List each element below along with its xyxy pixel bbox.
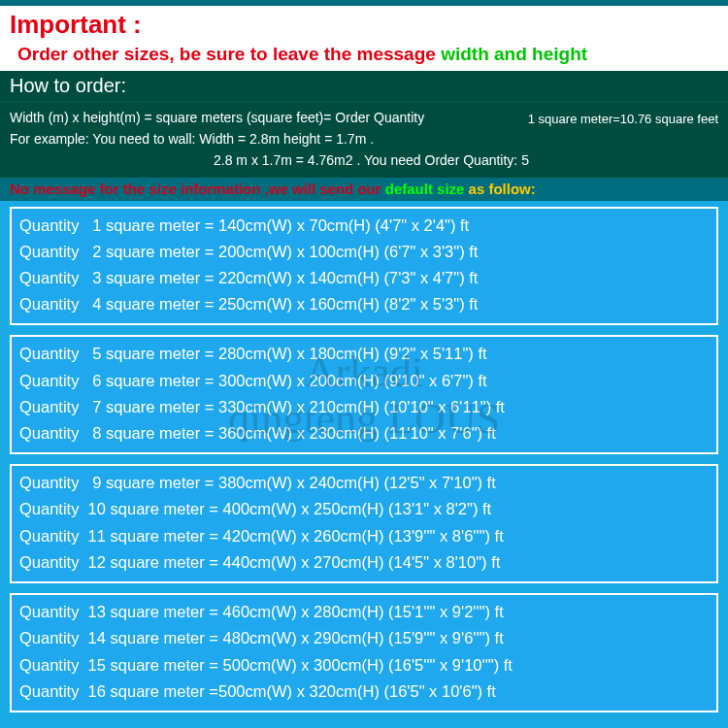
howto-body: Width (m) x height(m) = square meters (s… (0, 101, 728, 178)
header: Important : (0, 6, 728, 42)
howto-title: How to order: (0, 71, 728, 101)
size-table: Quantity 1 square meter = 140cm(W) x 70c… (0, 201, 728, 728)
size-row: Quantity 3 square meter = 220cm(W) x 140… (19, 265, 709, 291)
subline-green: width and height (441, 44, 587, 64)
size-row: Quantity 12 square meter = 440cm(W) x 27… (19, 549, 709, 576)
important-label: Important : (10, 10, 142, 39)
size-row: Quantity 4 square meter = 250cm(W) x 160… (19, 291, 709, 317)
size-row: Quantity 1 square meter = 140cm(W) x 70c… (19, 213, 709, 239)
warn-red: No message for the size information ,we … (10, 181, 385, 197)
size-row: Quantity 10 square meter = 400cm(W) x 25… (19, 496, 709, 522)
size-row: Quantity 8 square meter = 360cm(W) x 230… (19, 420, 709, 447)
default-size-warning: No message for the size information ,we … (0, 178, 728, 201)
subline-red: Order other sizes, be sure to leave the … (17, 44, 441, 64)
size-group: Quantity 1 square meter = 140cm(W) x 70c… (10, 207, 718, 326)
size-group: Quantity 9 square meter = 380cm(W) x 240… (10, 464, 718, 583)
size-group: Quantity 5 square meter = 280cm(W) x 180… (10, 335, 718, 454)
size-chart-document: Important : Order other sizes, be sure t… (0, 0, 728, 728)
howto-formula: Width (m) x height(m) = square meters (s… (10, 110, 424, 125)
howto-conversion: 1 square meter=10.76 square feet (528, 110, 718, 129)
warn-green: default size (385, 181, 469, 197)
size-row: Quantity 7 square meter = 330cm(W) x 210… (19, 394, 709, 420)
size-row: Quantity 2 square meter = 200cm(W) x 100… (19, 239, 709, 265)
size-row: Quantity 9 square meter = 380cm(W) x 240… (19, 470, 709, 496)
header-subline: Order other sizes, be sure to leave the … (0, 42, 728, 71)
size-group: Quantity 13 square meter = 460cm(W) x 28… (10, 593, 718, 712)
warn-yellow: as follow: (469, 181, 536, 197)
size-row: Quantity 15 square meter = 500cm(W) x 30… (19, 652, 709, 678)
size-row: Quantity 11 square meter = 420cm(W) x 26… (19, 523, 709, 549)
howto-example-1: For example: You need to wall: Width = 2… (10, 129, 718, 150)
size-row: Quantity 16 square meter =500cm(W) x 320… (19, 678, 709, 705)
size-row: Quantity 14 square meter = 480cm(W) x 29… (19, 625, 709, 651)
howto-example-2: 2.8 m x 1.7m = 4.76m2 . You need Order Q… (10, 150, 718, 172)
size-row: Quantity 13 square meter = 460cm(W) x 28… (19, 599, 709, 625)
size-row: Quantity 5 square meter = 280cm(W) x 180… (19, 341, 709, 367)
size-row: Quantity 6 square meter = 300cm(W) x 200… (19, 368, 709, 394)
